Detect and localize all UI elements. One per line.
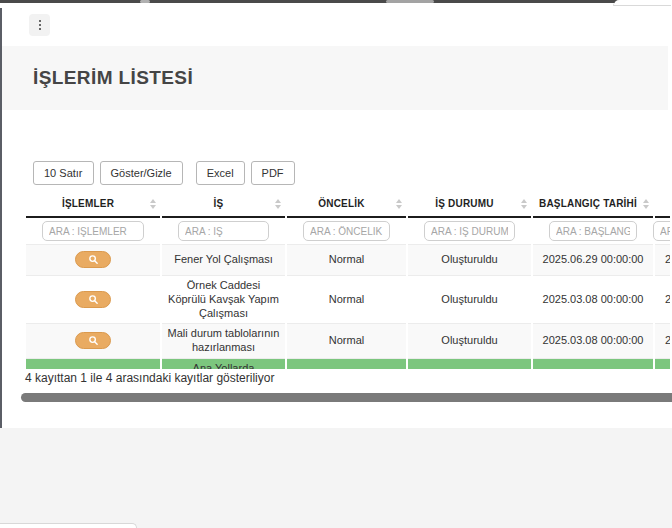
column-header-actions[interactable]: İŞLEMLER [26, 191, 160, 218]
start-date-cell: 2025.03.08 00:00:00 [533, 359, 653, 369]
end-date-cell: 2 [655, 359, 670, 369]
search-input-status[interactable] [424, 221, 515, 241]
column-label: İŞ DURUMU [435, 198, 493, 209]
end-date-cell: 2 [655, 276, 670, 324]
page-header-band: İŞLERİM LİSTESİ [2, 46, 668, 110]
column-label: BAŞLANGIÇ TARİHİ [539, 198, 637, 209]
jobs-table: İŞLEMLERİŞÖNCELİKİŞ DURUMUBAŞLANGIÇ TARİ… [24, 191, 670, 369]
priority-cell: Normal [287, 324, 406, 359]
table-row: Örnek Caddesi Köprülü Kavşak Yapım Çalış… [26, 276, 670, 324]
browser-tab-corner [614, 0, 672, 5]
row-search-button[interactable] [75, 251, 111, 268]
filter-cell-end_date [655, 218, 670, 245]
status-cell: Oluşturuldu [408, 324, 531, 359]
pdf-export-button[interactable]: PDF [251, 161, 295, 185]
operations-cell [26, 276, 160, 324]
priority-cell: Normal [287, 276, 406, 324]
start-date-cell: 2025.06.29 00:00:00 [533, 245, 653, 276]
table-row: Ana Yollarda Logarların Kontrolü ve Temi… [26, 359, 670, 369]
horizontal-scrollbar [21, 393, 672, 402]
priority-cell: Normal [287, 359, 406, 369]
kebab-menu-icon [39, 20, 41, 22]
page-length-button[interactable]: 10 Satır [33, 161, 94, 185]
sort-icon[interactable] [521, 199, 527, 209]
excel-export-button[interactable]: Excel [196, 161, 245, 185]
chrome-notch [386, 0, 434, 3]
row-search-button[interactable] [75, 291, 111, 308]
job-cell: Örnek Caddesi Köprülü Kavşak Yapım Çalış… [162, 276, 285, 324]
jobs-table-wrapper: İŞLEMLERİŞÖNCELİKİŞ DURUMUBAŞLANGIÇ TARİ… [24, 191, 670, 369]
row-search-button[interactable] [75, 332, 111, 349]
browser-chrome-strip [0, 0, 672, 3]
filter-cell-job [162, 218, 285, 245]
magnifier-icon [88, 335, 99, 346]
column-visibility-button[interactable]: Göster/Gizle [100, 161, 183, 185]
filter-row [26, 218, 670, 245]
search-input-end_date[interactable] [653, 221, 670, 241]
column-label: İŞ [214, 198, 224, 209]
operations-cell [26, 245, 160, 276]
column-header-priority[interactable]: ÖNCELİK [287, 191, 406, 218]
table-toolbar: 10 Satır Göster/Gizle Excel PDF [33, 161, 295, 185]
column-header-start_date[interactable]: BAŞLANGIÇ TARİHİ [533, 191, 653, 218]
chrome-notch [140, 0, 150, 3]
column-header-job[interactable]: İŞ [162, 191, 285, 218]
status-cell: Tamamlandı [408, 359, 531, 369]
search-input-start_date[interactable] [549, 221, 637, 241]
page-title: İŞLERİM LİSTESİ [33, 67, 193, 89]
status-cell: Oluşturuldu [408, 245, 531, 276]
filter-cell-actions [26, 218, 160, 245]
column-label: ÖNCELİK [318, 198, 364, 209]
job-cell: Mali durum tablolarının hazırlanması [162, 324, 285, 359]
job-cell: Fener Yol Çalışması [162, 245, 285, 276]
job-cell: Ana Yollarda Logarların Kontrolü ve Temi… [162, 359, 285, 369]
records-info: 4 kayıttan 1 ile 4 arasındaki kayıtlar g… [25, 371, 274, 385]
column-label: İŞLEMLER [62, 198, 114, 209]
table-row: Mali durum tablolarının hazırlanmasıNorm… [26, 324, 670, 359]
end-date-cell: 2 [655, 324, 670, 359]
sort-icon[interactable] [150, 199, 156, 209]
search-input-priority[interactable] [303, 221, 390, 241]
column-header-end_date[interactable] [655, 191, 670, 218]
filter-cell-start_date [533, 218, 653, 245]
magnifier-icon [88, 294, 99, 305]
sort-icon[interactable] [396, 199, 402, 209]
header-row: İŞLEMLERİŞÖNCELİKİŞ DURUMUBAŞLANGIÇ TARİ… [26, 191, 670, 218]
horizontal-scrollbar-thumb[interactable] [21, 393, 672, 402]
sort-icon[interactable] [275, 199, 281, 209]
column-header-status[interactable]: İŞ DURUMU [408, 191, 531, 218]
search-input-actions[interactable] [42, 221, 144, 241]
operations-cell [26, 359, 160, 369]
priority-cell: Normal [287, 245, 406, 276]
search-input-job[interactable] [178, 221, 269, 241]
operations-cell [26, 324, 160, 359]
filter-cell-priority [287, 218, 406, 245]
start-date-cell: 2025.03.08 00:00:00 [533, 276, 653, 324]
table-row: Fener Yol ÇalışmasıNormalOluşturuldu2025… [26, 245, 670, 276]
statusbar-stub [0, 523, 137, 528]
filter-cell-status [408, 218, 531, 245]
page-bottom-background [0, 428, 672, 528]
status-cell: Oluşturuldu [408, 276, 531, 324]
end-date-cell: 2 [655, 245, 670, 276]
magnifier-icon [88, 254, 99, 265]
start-date-cell: 2025.03.08 00:00:00 [533, 324, 653, 359]
sort-icon[interactable] [643, 199, 649, 209]
kebab-menu-button[interactable] [29, 14, 50, 36]
